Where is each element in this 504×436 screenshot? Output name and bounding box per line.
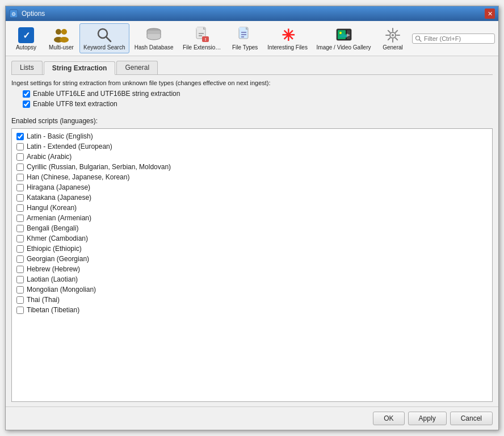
string-extraction-content: Ingest settings for string extraction fr… xyxy=(11,79,493,402)
options-window: ⚙ Options ✕ ✓ Autopsy xyxy=(5,6,499,430)
content-area: Lists String Extraction General Ingest s… xyxy=(6,56,498,406)
tab-lists[interactable]: Lists xyxy=(11,61,43,74)
toolbar-item-file-types[interactable]: File Types xyxy=(228,23,262,53)
utf8-row: Enable UTF8 text extraction xyxy=(23,100,493,108)
svg-rect-13 xyxy=(196,27,203,30)
footer: OK Apply Cancel xyxy=(6,406,498,430)
scripts-section: Enabled scripts (languages): Latin - Bas… xyxy=(11,117,493,402)
script-label-laotian: Laotian (Laotian) xyxy=(27,275,78,283)
svg-text:✓: ✓ xyxy=(23,31,30,40)
script-checkbox-cyrillic[interactable] xyxy=(16,164,24,171)
file-types-icon xyxy=(236,26,254,44)
script-checkbox-katakana[interactable] xyxy=(16,194,24,202)
interesting-files-icon: ✳ xyxy=(279,26,297,44)
file-extension-mismatch-icon: ! xyxy=(194,26,212,44)
toolbar-label-multiuser: Multi-user xyxy=(49,44,74,51)
svg-line-38 xyxy=(388,31,390,33)
script-checkbox-bengali[interactable] xyxy=(16,225,24,232)
script-item: Katakana (Japanese) xyxy=(14,192,490,203)
script-item: Latin - Extended (European) xyxy=(14,141,490,152)
tabs-bar: Lists String Extraction General xyxy=(11,61,493,75)
script-label-hangul: Hangul (Korean) xyxy=(27,204,77,212)
utf8-label: Enable UTF8 text extraction xyxy=(33,100,117,108)
toolbar-label-file-extension-mismatch: File Extension Mismatch xyxy=(183,44,222,51)
script-item: Laotian (Laotian) xyxy=(14,274,490,284)
cancel-button[interactable]: Cancel xyxy=(450,412,493,425)
script-checkbox-han[interactable] xyxy=(16,174,24,181)
tab-string-extraction[interactable]: String Extraction xyxy=(44,61,116,75)
script-checkbox-thai[interactable] xyxy=(16,296,24,304)
script-checkbox-armenian[interactable] xyxy=(16,215,24,222)
svg-line-41 xyxy=(388,38,390,40)
script-checkbox-laotian[interactable] xyxy=(16,276,24,283)
utf16-label: Enable UTF16LE and UTF16BE string extrac… xyxy=(33,90,180,98)
script-checkbox-hiragana[interactable] xyxy=(16,184,24,191)
toolbar-label-keyword-search: Keyword Search xyxy=(83,44,125,51)
toolbar-item-image-video-gallery[interactable]: Image / Video Gallery xyxy=(313,23,375,53)
svg-line-9 xyxy=(106,37,111,41)
script-checkbox-hangul[interactable] xyxy=(16,204,24,212)
script-item: Arabic (Arabic) xyxy=(14,152,490,162)
svg-point-7 xyxy=(60,37,69,43)
toolbar-search[interactable] xyxy=(412,33,495,44)
toolbar-item-multiuser[interactable]: Multi-user xyxy=(44,23,78,53)
svg-text:!: ! xyxy=(205,37,207,42)
script-checkbox-hebrew[interactable] xyxy=(16,266,24,273)
toolbar-label-general: General xyxy=(383,44,403,51)
apply-button[interactable]: Apply xyxy=(408,412,447,425)
toolbar-label-autopsy: Autopsy xyxy=(16,44,36,51)
script-item: Mongolian (Mongolian) xyxy=(14,284,490,295)
svg-point-4 xyxy=(56,29,61,35)
script-item: Armenian (Armenian) xyxy=(14,213,490,223)
filter-input[interactable] xyxy=(424,35,492,42)
script-checkbox-khmer[interactable] xyxy=(16,235,24,242)
toolbar-label-file-types: File Types xyxy=(232,44,258,51)
toolbar-item-interesting-files[interactable]: ✳ Interesting Files xyxy=(263,23,312,53)
toolbar-item-general[interactable]: General xyxy=(376,23,410,53)
utf16-checkbox[interactable] xyxy=(23,90,30,98)
script-item: Georgian (Georgian) xyxy=(14,254,490,264)
script-item: Ethiopic (Ethiopic) xyxy=(14,244,490,254)
script-label-hebrew: Hebrew (Hebrew) xyxy=(27,265,80,273)
toolbar-item-autopsy[interactable]: ✓ Autopsy xyxy=(9,23,43,53)
script-label-han: Han (Chinese, Japanese, Korean) xyxy=(27,173,129,181)
script-item: Hebrew (Hebrew) xyxy=(14,264,490,274)
window-title: Options xyxy=(22,10,45,18)
toolbar-item-file-extension-mismatch[interactable]: ! File Extension Mismatch xyxy=(179,23,226,53)
script-item: Han (Chinese, Japanese, Korean) xyxy=(14,172,490,182)
toolbar-item-hash-database[interactable]: Hash Database xyxy=(131,23,178,53)
utf8-checkbox[interactable] xyxy=(23,100,30,108)
script-label-katakana: Katakana (Japanese) xyxy=(27,194,91,202)
close-button[interactable]: ✕ xyxy=(485,9,495,19)
toolbar-label-hash-database: Hash Database xyxy=(135,44,174,51)
script-checkbox-latin-extended[interactable] xyxy=(16,143,24,150)
ok-button[interactable]: OK xyxy=(373,412,404,425)
script-label-latin-extended: Latin - Extended (European) xyxy=(27,142,112,150)
toolbar-item-keyword-search[interactable]: Keyword Search xyxy=(79,23,129,53)
script-label-tibetan: Tibetan (Tibetian) xyxy=(27,306,79,314)
script-checkbox-tibetan[interactable] xyxy=(16,307,24,314)
script-label-georgian: Georgian (Georgian) xyxy=(27,255,89,263)
script-checkbox-arabic[interactable] xyxy=(16,153,24,161)
toolbar: ✓ Autopsy Multi-user xyxy=(6,21,498,56)
script-item: Khmer (Cambodian) xyxy=(14,233,490,244)
script-label-mongolian: Mongolian (Mongolian) xyxy=(27,286,96,294)
script-label-hiragana: Hiragana (Japanese) xyxy=(27,183,90,191)
svg-point-33 xyxy=(392,34,394,36)
script-label-bengali: Bengali (Bengali) xyxy=(27,224,78,232)
utf16-row: Enable UTF16LE and UTF16BE string extrac… xyxy=(23,90,493,98)
general-icon xyxy=(384,26,402,44)
script-checkbox-latin-basic[interactable] xyxy=(16,133,24,140)
script-item: Cyrillic (Russian, Bulgarian, Serbian, M… xyxy=(14,162,490,172)
search-icon xyxy=(415,35,422,42)
script-item: Tibetan (Tibetian) xyxy=(14,305,490,315)
script-checkbox-mongolian[interactable] xyxy=(16,286,24,294)
svg-line-39 xyxy=(396,38,398,40)
svg-line-43 xyxy=(419,40,421,41)
scripts-title: Enabled scripts (languages): xyxy=(11,117,493,125)
script-label-ethiopic: Ethiopic (Ethiopic) xyxy=(27,245,82,253)
tab-general[interactable]: General xyxy=(116,61,158,74)
script-checkbox-georgian[interactable] xyxy=(16,255,24,263)
script-checkbox-ethiopic[interactable] xyxy=(16,245,24,253)
title-bar-left: ⚙ Options xyxy=(9,9,45,18)
